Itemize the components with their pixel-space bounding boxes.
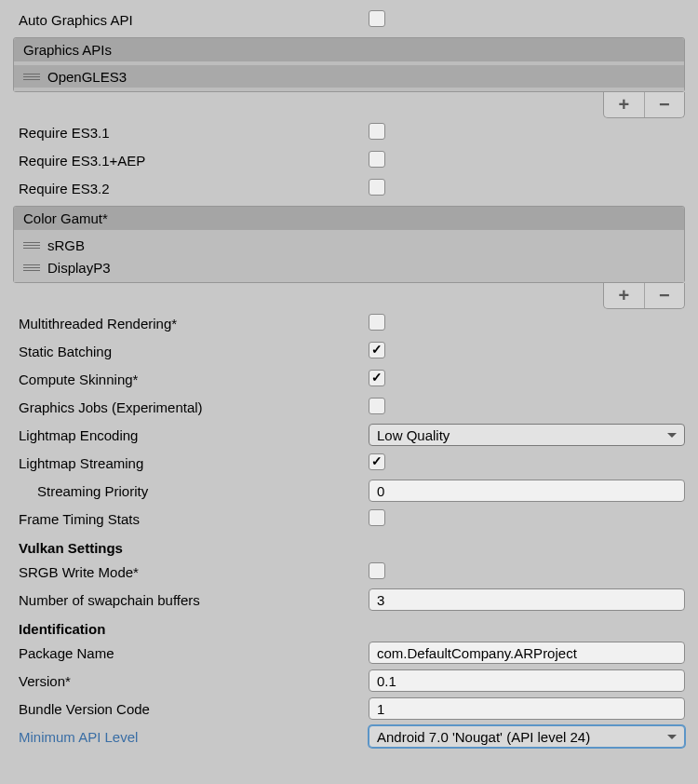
multithreaded-checkbox[interactable] — [369, 314, 385, 331]
lightmap-encoding-label: Lightmap Encoding — [13, 427, 369, 443]
static-batching-checkbox[interactable] — [369, 342, 385, 358]
srgb-write-label: SRGB Write Mode* — [13, 564, 369, 580]
color-gamut-item-label: DisplayP3 — [47, 260, 111, 276]
add-icon[interactable]: + — [604, 92, 644, 117]
version-input[interactable] — [369, 669, 685, 692]
lightmap-encoding-dropdown[interactable]: Low Quality — [369, 424, 685, 446]
require-es31-checkbox[interactable] — [369, 123, 385, 140]
color-gamut-item-label: sRGB — [47, 237, 85, 253]
drag-handle-icon[interactable] — [23, 242, 40, 249]
lightmap-encoding-value: Low Quality — [377, 427, 450, 443]
graphics-jobs-checkbox[interactable] — [369, 398, 385, 414]
graphics-apis-list: Graphics APIs OpenGLES3 — [13, 37, 685, 92]
require-es31-label: Require ES3.1 — [13, 125, 369, 141]
static-batching-label: Static Batching — [13, 344, 369, 359]
graphics-apis-header: Graphics APIs — [14, 38, 684, 61]
package-name-label: Package Name — [13, 645, 369, 661]
min-api-dropdown[interactable]: Android 7.0 'Nougat' (API level 24) — [369, 725, 685, 748]
lightmap-streaming-label: Lightmap Streaming — [13, 455, 369, 471]
bundle-code-label: Bundle Version Code — [13, 701, 369, 717]
frame-timing-label: Frame Timing Stats — [13, 511, 369, 527]
auto-graphics-api-label: Auto Graphics API — [13, 12, 369, 28]
color-gamut-list: Color Gamut* sRGB DisplayP3 — [13, 206, 685, 283]
graphics-api-item-label: OpenGLES3 — [47, 69, 127, 85]
swapchain-label: Number of swapchain buffers — [13, 592, 369, 608]
vulkan-heading: Vulkan Settings — [13, 540, 685, 556]
list-item[interactable]: OpenGLES3 — [14, 65, 684, 88]
version-label: Version* — [13, 673, 369, 689]
remove-icon[interactable]: − — [644, 283, 685, 308]
frame-timing-checkbox[interactable] — [369, 509, 385, 526]
streaming-priority-label: Streaming Priority — [13, 483, 369, 499]
swapchain-input[interactable] — [369, 588, 685, 611]
compute-skinning-label: Compute Skinning* — [13, 372, 369, 387]
graphics-jobs-label: Graphics Jobs (Experimental) — [13, 399, 369, 415]
require-es31-aep-checkbox[interactable] — [369, 151, 385, 168]
bundle-code-input[interactable] — [369, 697, 685, 720]
list-item[interactable]: DisplayP3 — [14, 256, 684, 278]
lightmap-streaming-checkbox[interactable] — [369, 453, 385, 470]
min-api-value: Android 7.0 'Nougat' (API level 24) — [377, 729, 590, 745]
remove-icon[interactable]: − — [644, 92, 685, 117]
srgb-write-checkbox[interactable] — [369, 562, 385, 579]
add-icon[interactable]: + — [604, 283, 644, 308]
auto-graphics-api-checkbox[interactable] — [369, 10, 385, 27]
compute-skinning-checkbox[interactable] — [369, 370, 385, 386]
list-item[interactable]: sRGB — [14, 234, 684, 256]
require-es32-checkbox[interactable] — [369, 179, 385, 196]
multithreaded-label: Multithreaded Rendering* — [13, 316, 369, 331]
color-gamut-header: Color Gamut* — [14, 207, 684, 230]
require-es31-aep-label: Require ES3.1+AEP — [13, 153, 369, 169]
streaming-priority-input[interactable] — [369, 480, 685, 502]
require-es32-label: Require ES3.2 — [13, 181, 369, 196]
identification-heading: Identification — [13, 621, 685, 637]
min-api-label: Minimum API Level — [13, 729, 369, 745]
drag-handle-icon[interactable] — [23, 264, 40, 271]
drag-handle-icon[interactable] — [23, 74, 40, 80]
package-name-input[interactable] — [369, 642, 685, 664]
